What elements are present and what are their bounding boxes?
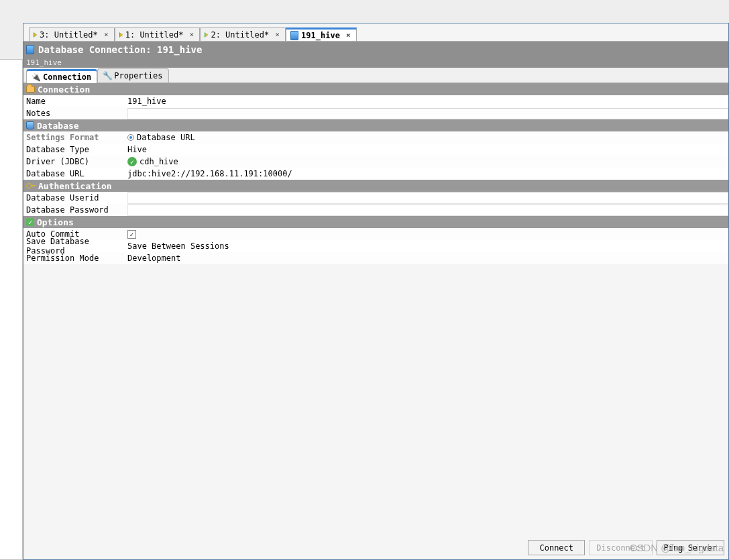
input-password[interactable] bbox=[127, 205, 728, 216]
driver-name: cdh_hive bbox=[139, 157, 178, 166]
row-name: Name 191_hive bbox=[23, 95, 728, 107]
row-password: Database Password bbox=[23, 204, 728, 216]
tab-properties-label: Properties bbox=[114, 71, 162, 80]
breadcrumb: 191_hive bbox=[23, 57, 728, 68]
row-save-password: Save Database Password Save Between Sess… bbox=[23, 240, 728, 252]
database-file-icon bbox=[290, 31, 298, 40]
plug-icon: 🔌 bbox=[32, 73, 40, 81]
label-settings-format: Settings Format bbox=[23, 133, 127, 142]
settings-format-text: Database URL bbox=[137, 133, 195, 142]
value-name[interactable]: 191_hive bbox=[127, 97, 728, 106]
section-header-label: Database bbox=[37, 121, 79, 131]
value-database-url[interactable]: jdbc:hive2://192.168.11.191:10000/ bbox=[127, 169, 728, 178]
section-header-label: Authentication bbox=[38, 181, 112, 191]
file-tab-191-hive[interactable]: 191_hive × bbox=[286, 27, 357, 41]
value-driver[interactable]: ✓ cdh_hive bbox=[127, 157, 728, 166]
file-tab-label: 191_hive bbox=[301, 31, 340, 40]
panel-title-bar: Database Connection: 191_hive bbox=[23, 42, 728, 57]
sql-run-icon bbox=[205, 32, 208, 38]
left-panel-stub bbox=[0, 59, 23, 560]
database-icon bbox=[26, 45, 34, 54]
input-notes[interactable] bbox=[127, 108, 728, 119]
tab-connection-label: Connection bbox=[43, 72, 91, 82]
file-tab-3-untitled[interactable]: 3: Untitled* × bbox=[29, 27, 115, 41]
ping-server-button[interactable]: Ping Server bbox=[657, 540, 724, 555]
section-header-label: Connection bbox=[38, 85, 90, 95]
checkbox-header-icon: ✓ bbox=[26, 218, 34, 226]
close-icon[interactable]: × bbox=[103, 31, 110, 38]
wrench-icon: 🔧 bbox=[103, 72, 111, 80]
label-name: Name bbox=[23, 97, 127, 106]
input-userid[interactable] bbox=[127, 192, 728, 204]
file-tab-label: 3: Untitled* bbox=[40, 30, 98, 40]
checkbox-auto-commit[interactable]: ✓ bbox=[127, 230, 136, 239]
disconnect-button: Disconnect bbox=[589, 540, 652, 555]
label-permission-mode: Permission Mode bbox=[23, 254, 127, 263]
label-database-url: Database URL bbox=[23, 169, 127, 178]
label-save-password: Save Database Password bbox=[23, 237, 127, 256]
file-tab-2-untitled[interactable]: 2: Untitled* × bbox=[200, 27, 286, 41]
close-icon[interactable]: × bbox=[345, 32, 352, 39]
value-auto-commit[interactable]: ✓ bbox=[127, 230, 728, 239]
label-driver: Driver (JDBC) bbox=[23, 157, 127, 166]
breadcrumb-text: 191_hive bbox=[26, 58, 62, 67]
label-password: Database Password bbox=[23, 205, 127, 215]
value-settings-format[interactable]: Database URL bbox=[127, 133, 728, 142]
file-tab-1-untitled[interactable]: 1: Untitled* × bbox=[115, 27, 201, 41]
label-notes: Notes bbox=[23, 109, 127, 118]
row-auto-commit: Auto Commit ✓ bbox=[23, 228, 728, 240]
section-header-database: Database bbox=[23, 119, 728, 131]
row-database-type: Database Type Hive bbox=[23, 144, 728, 156]
sql-run-icon bbox=[119, 32, 123, 38]
section-header-connection: Connection bbox=[23, 83, 728, 95]
label-database-type: Database Type bbox=[23, 145, 127, 154]
close-icon[interactable]: × bbox=[274, 31, 281, 38]
value-database-type[interactable]: Hive bbox=[127, 145, 728, 154]
database-cylinder-icon bbox=[26, 121, 34, 129]
editor-frame: 3: Untitled* × 1: Untitled* × 2: Untitle… bbox=[23, 23, 729, 560]
row-driver: Driver (JDBC) ✓ cdh_hive bbox=[23, 156, 728, 168]
row-permission-mode: Permission Mode Development bbox=[23, 252, 728, 264]
section-header-label: Options bbox=[37, 217, 74, 227]
row-userid: Database Userid bbox=[23, 192, 728, 204]
close-icon[interactable]: × bbox=[188, 31, 195, 38]
key-icon bbox=[26, 183, 36, 188]
driver-ok-icon: ✓ bbox=[127, 157, 137, 166]
row-notes: Notes bbox=[23, 107, 728, 119]
row-settings-format: Settings Format Database URL bbox=[23, 131, 728, 144]
value-permission-mode[interactable]: Development bbox=[127, 254, 728, 263]
panel-title: Database Connection: 191_hive bbox=[38, 44, 202, 55]
section-header-auth: Authentication bbox=[23, 180, 728, 192]
row-database-url: Database URL jdbc:hive2://192.168.11.191… bbox=[23, 168, 728, 180]
file-tab-label: 2: Untitled* bbox=[211, 30, 269, 40]
section-header-options: ✓ Options bbox=[23, 216, 728, 228]
tab-properties[interactable]: 🔧 Properties bbox=[97, 68, 168, 82]
value-save-password[interactable]: Save Between Sessions bbox=[127, 241, 728, 251]
tab-connection[interactable]: 🔌 Connection bbox=[26, 69, 97, 83]
button-bar: Connect Disconnect Ping Server bbox=[528, 540, 724, 555]
label-userid: Database Userid bbox=[23, 193, 127, 203]
radio-selected-icon bbox=[127, 134, 134, 141]
sql-run-icon bbox=[34, 32, 37, 38]
connect-button[interactable]: Connect bbox=[528, 540, 585, 555]
folder-icon bbox=[26, 86, 35, 93]
file-tab-bar: 3: Untitled* × 1: Untitled* × 2: Untitle… bbox=[29, 26, 728, 41]
inner-tab-bar: 🔌 Connection 🔧 Properties bbox=[23, 68, 728, 83]
connection-form: Connection Name 191_hive Notes Database … bbox=[23, 83, 728, 264]
file-tab-label: 1: Untitled* bbox=[125, 30, 184, 40]
